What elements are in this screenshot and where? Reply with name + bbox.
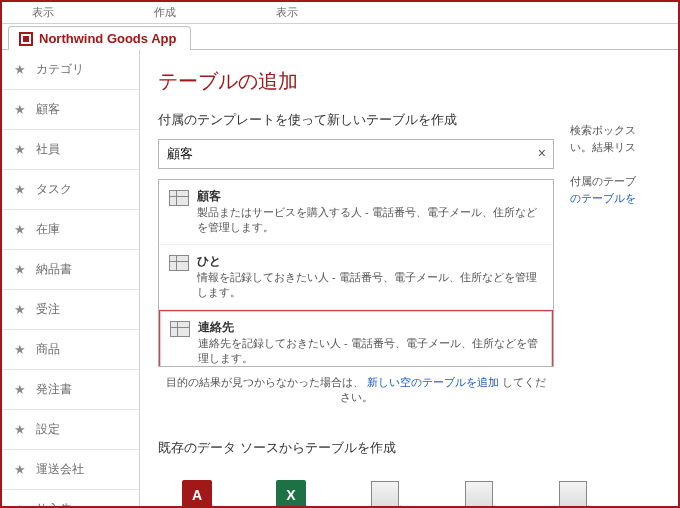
sidebar-item-label: 社員 xyxy=(36,141,60,158)
import-arrow-icon xyxy=(580,503,595,506)
import-source-sql[interactable]: SQL xyxy=(350,477,420,506)
access-app-icon xyxy=(19,32,33,46)
import-source-excel[interactable]: XExcel xyxy=(256,477,326,506)
navigation-sidebar: ★カテゴリ★顧客★社員★タスク★在庫★納品書★受注★商品★発注書★設定★運送会社… xyxy=(2,50,140,506)
sidebar-item[interactable]: ★受注 xyxy=(2,290,139,330)
excel-icon: X xyxy=(276,480,306,506)
star-icon: ★ xyxy=(14,422,26,437)
table-icon xyxy=(169,255,189,271)
template-result-item[interactable]: ひと情報を記録しておきたい人 - 電話番号、電子メール、住所などを管理します。 xyxy=(159,245,553,310)
sidebar-item-label: 設定 xyxy=(36,421,60,438)
sidebar-item-label: タスク xyxy=(36,181,72,198)
sidebar-item[interactable]: ★顧客 xyxy=(2,90,139,130)
sidebar-item-label: 顧客 xyxy=(36,101,60,118)
star-icon: ★ xyxy=(14,182,26,197)
star-icon: ★ xyxy=(14,62,26,77)
template-results-list[interactable]: 顧客製品またはサービスを購入する人 - 電話番号、電子メール、住所などを管理しま… xyxy=(158,179,554,367)
template-result-item[interactable]: 連絡先連絡先を記録しておきたい人 - 電話番号、電子メール、住所などを管理します… xyxy=(159,310,553,367)
sidebar-item[interactable]: ★在庫 xyxy=(2,210,139,250)
sidebar-item-label: 納品書 xyxy=(36,261,72,278)
sidebar-item[interactable]: ★社員 xyxy=(2,130,139,170)
sidebar-item-label: 発注書 xyxy=(36,381,72,398)
result-description: 情報を記録しておきたい人 - 電話番号、電子メール、住所などを管理します。 xyxy=(197,270,543,301)
side-help-text: 検索ボックスい。結果リス 付属のテーブのテーブルを xyxy=(570,122,678,206)
star-icon: ★ xyxy=(14,342,26,357)
app-tab-bar: Northwind Goods App xyxy=(2,24,678,50)
app-tab[interactable]: Northwind Goods App xyxy=(8,26,191,50)
result-title: ひと xyxy=(197,253,543,270)
ribbon-tab[interactable]: 作成 xyxy=(134,5,196,20)
new-blank-table-link[interactable]: 新しい空のテーブルを追加 xyxy=(367,376,499,388)
import-arrow-icon xyxy=(486,503,501,506)
result-description: 連絡先を記録しておきたい人 - 電話番号、電子メール、住所などを管理します。 xyxy=(198,336,542,367)
ribbon-tab[interactable]: 表示 xyxy=(12,5,74,20)
import-source-テキスト/csv[interactable]: テキスト/CSV xyxy=(444,477,514,506)
sidebar-item[interactable]: ★カテゴリ xyxy=(2,50,139,90)
sidebar-item[interactable]: ★運送会社 xyxy=(2,450,139,490)
sidebar-item[interactable]: ★納品書 xyxy=(2,250,139,290)
sidebar-item[interactable]: ★タスク xyxy=(2,170,139,210)
result-title: 顧客 xyxy=(197,188,543,205)
import-source-sharepoint[interactable]: SharePoint xyxy=(538,477,608,506)
star-icon: ★ xyxy=(14,262,26,277)
sidebar-item-label: 在庫 xyxy=(36,221,60,238)
star-icon: ★ xyxy=(14,462,26,477)
section-import-label: 既存のデータ ソースからテーブルを作成 xyxy=(158,439,662,457)
ribbon-tabs: 表示 作成 表示 xyxy=(2,2,678,24)
side-help-link[interactable]: のテーブルを xyxy=(570,192,636,204)
access-icon: A xyxy=(182,480,212,506)
result-title: 連絡先 xyxy=(198,319,542,336)
table-icon xyxy=(170,321,190,337)
main-pane: テーブルの追加 付属のテンプレートを使って新しいテーブルを作成 × 顧客製品また… xyxy=(140,50,678,506)
template-search-input[interactable] xyxy=(158,139,554,169)
sidebar-item[interactable]: ★仕入先 xyxy=(2,490,139,506)
ribbon-tab[interactable]: 表示 xyxy=(256,5,318,20)
table-icon xyxy=(169,190,189,206)
no-result-hint: 目的の結果が見つからなかった場合は、 新しい空のテーブルを追加 してください。 xyxy=(158,367,554,413)
app-title: Northwind Goods App xyxy=(39,31,176,46)
star-icon: ★ xyxy=(14,502,26,506)
template-result-item[interactable]: 顧客製品またはサービスを購入する人 - 電話番号、電子メール、住所などを管理しま… xyxy=(159,180,553,245)
sidebar-item[interactable]: ★設定 xyxy=(2,410,139,450)
star-icon: ★ xyxy=(14,222,26,237)
sidebar-item[interactable]: ★商品 xyxy=(2,330,139,370)
star-icon: ★ xyxy=(14,142,26,157)
star-icon: ★ xyxy=(14,302,26,317)
import-arrow-icon xyxy=(392,503,407,506)
star-icon: ★ xyxy=(14,382,26,397)
clear-search-icon[interactable]: × xyxy=(538,145,546,161)
sidebar-item-label: 運送会社 xyxy=(36,461,84,478)
result-description: 製品またはサービスを購入する人 - 電話番号、電子メール、住所などを管理します。 xyxy=(197,205,543,236)
page-title: テーブルの追加 xyxy=(158,68,662,95)
sidebar-item-label: 受注 xyxy=(36,301,60,318)
import-source-access[interactable]: AAccess xyxy=(162,477,232,506)
sidebar-item-label: 仕入先 xyxy=(36,501,72,506)
sidebar-item-label: カテゴリ xyxy=(36,61,84,78)
star-icon: ★ xyxy=(14,102,26,117)
sidebar-item[interactable]: ★発注書 xyxy=(2,370,139,410)
sidebar-item-label: 商品 xyxy=(36,341,60,358)
